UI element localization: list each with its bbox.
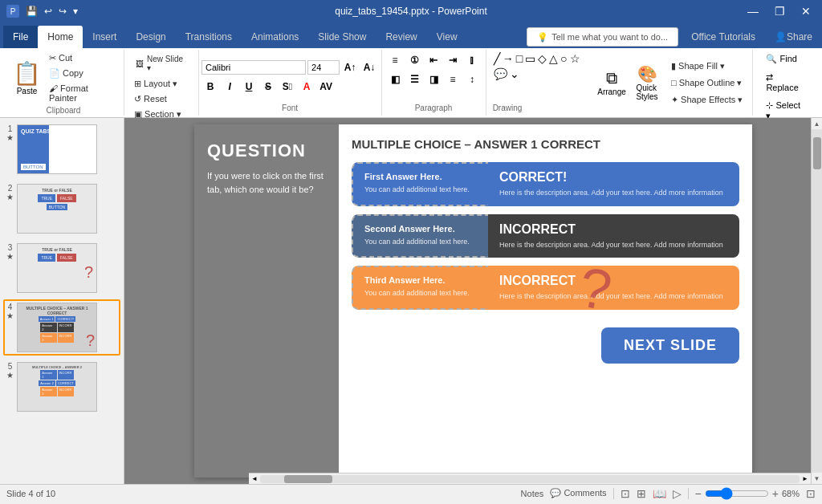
shadow-button[interactable]: S⃣: [279, 78, 296, 96]
tab-slide-show[interactable]: Slide Show: [308, 26, 376, 48]
normal-view-button[interactable]: ⊡: [621, 487, 630, 500]
scroll-right-button[interactable]: ►: [800, 475, 811, 482]
tab-view[interactable]: View: [427, 26, 467, 48]
increase-font-button[interactable]: A↑: [341, 59, 359, 76]
shape-effects-button[interactable]: ✦ Shape Effects ▾: [668, 93, 746, 107]
justify-button[interactable]: ≡: [444, 71, 462, 88]
save-icon[interactable]: 💾: [24, 4, 39, 18]
h-scroll-thumb[interactable]: [284, 475, 332, 483]
line-shape[interactable]: ╱: [493, 51, 501, 66]
zoom-plus-button[interactable]: +: [772, 487, 779, 500]
increase-indent-button[interactable]: ⇥: [444, 51, 462, 69]
layout-button[interactable]: ⊞ Layout ▾: [131, 77, 181, 91]
scroll-down-button[interactable]: ▼: [812, 473, 823, 484]
slides-panel[interactable]: 1 ★ QUIZ TABS BUTTON 2 ★ TRUE or FALSE T…: [0, 118, 124, 484]
italic-button[interactable]: I: [221, 78, 238, 96]
arrange-button[interactable]: ⧉ Arrange: [594, 66, 629, 100]
zoom-control[interactable]: − + 68%: [695, 487, 800, 500]
triangle-shape[interactable]: △: [548, 51, 559, 66]
title-bar-left: P 💾 ↩ ↪ ▾: [6, 4, 79, 18]
slide-image-2: TRUE or FALSE TRUE FALSE BUTTON: [17, 184, 97, 234]
underline-button[interactable]: U: [240, 78, 258, 96]
comments-button[interactable]: 💬 Comments: [550, 488, 606, 498]
slide-thumbnail-3[interactable]: 3 ★ TRUE or FALSE TRUE FALSE ?: [3, 240, 120, 296]
more-shapes[interactable]: ⌄: [509, 67, 520, 81]
font-color-button[interactable]: A: [298, 78, 315, 96]
quick-styles-button[interactable]: 🎨 QuickStyles: [629, 61, 665, 104]
next-slide-button[interactable]: NEXT SLIDE: [601, 327, 739, 364]
tab-review[interactable]: Review: [376, 26, 426, 48]
tell-me-input[interactable]: 💡 Tell me what you want to do...: [527, 27, 678, 47]
align-left-button[interactable]: ◧: [386, 71, 404, 88]
diamond-shape[interactable]: ◇: [537, 51, 547, 66]
lightbulb-icon: 💡: [537, 32, 548, 43]
arrow-shape[interactable]: →: [502, 51, 515, 66]
tab-insert[interactable]: Insert: [83, 26, 126, 48]
slide-thumbnail-2[interactable]: 2 ★ TRUE or FALSE TRUE FALSE BUTTON: [3, 181, 120, 237]
zoom-minus-button[interactable]: −: [695, 487, 702, 500]
bullets-button[interactable]: ≡: [386, 51, 404, 69]
new-slide-button[interactable]: 🖼 New Slide ▾: [131, 51, 192, 75]
scroll-thumb[interactable]: [813, 137, 821, 169]
line-spacing-button[interactable]: ↕: [463, 71, 481, 88]
main-area: 1 ★ QUIZ TABS BUTTON 2 ★ TRUE or FALSE T…: [0, 118, 822, 484]
close-button[interactable]: ✕: [796, 3, 816, 19]
answer-2-desc: You can add additional text here.: [364, 237, 477, 247]
find-button[interactable]: 🔍 Find: [759, 51, 803, 67]
reading-view-button[interactable]: 📖: [653, 487, 666, 500]
tab-transitions[interactable]: Transitions: [176, 26, 242, 48]
minimize-button[interactable]: —: [743, 3, 763, 19]
font-size-selector[interactable]: [307, 60, 340, 75]
star-shape[interactable]: ☆: [569, 51, 581, 66]
slide-thumbnail-5[interactable]: 5 ★ MULTIPLE CHOICE – ANSWER 2 Answer 1 …: [3, 359, 120, 415]
maximize-button[interactable]: ❐: [770, 3, 790, 19]
align-center-button[interactable]: ☰: [405, 71, 423, 88]
redo-icon[interactable]: ↪: [57, 4, 68, 18]
vertical-scrollbar[interactable]: ▲ ▼: [811, 118, 822, 484]
office-tutorials-link[interactable]: Office Tutorials: [682, 26, 765, 48]
customize-icon[interactable]: ▾: [71, 4, 79, 18]
format-painter-button[interactable]: 🖌 Format Painter: [46, 82, 117, 104]
replace-button[interactable]: ⇄ Replace: [759, 70, 812, 95]
slide-image-1: QUIZ TABS BUTTON: [17, 124, 97, 174]
tab-file[interactable]: File: [3, 26, 38, 48]
share-button[interactable]: 👤 Share: [765, 26, 822, 48]
answer-left-3: Third Answer Here. You can add additiona…: [352, 266, 488, 310]
scroll-left-button[interactable]: ◄: [249, 475, 260, 482]
font-family-selector[interactable]: [201, 60, 306, 75]
shape-outline-button[interactable]: □ Shape Outline ▾: [668, 76, 746, 90]
horizontal-scrollbar[interactable]: ◄ ►: [249, 473, 811, 484]
decrease-indent-button[interactable]: ⇤: [425, 51, 442, 69]
reset-button[interactable]: ↺ Reset: [131, 92, 170, 106]
strikethrough-button[interactable]: S: [259, 78, 277, 96]
character-spacing-button[interactable]: AV: [317, 78, 335, 96]
answer-row-2: Second Answer Here. You can add addition…: [352, 214, 739, 258]
zoom-slider[interactable]: [705, 487, 769, 500]
rect-shape[interactable]: □: [515, 51, 523, 66]
align-right-button[interactable]: ◨: [425, 71, 442, 88]
decrease-font-button[interactable]: A↓: [360, 59, 378, 76]
undo-icon[interactable]: ↩: [43, 4, 54, 18]
answer-3-result-desc: Here is the description area. Add your t…: [499, 291, 728, 302]
bold-button[interactable]: B: [201, 78, 219, 96]
tab-design[interactable]: Design: [126, 26, 175, 48]
callout-shape[interactable]: 💬: [493, 67, 508, 81]
tab-home[interactable]: Home: [38, 26, 83, 48]
slideshow-button[interactable]: ▷: [673, 487, 682, 500]
rounded-rect-shape[interactable]: ▭: [524, 51, 536, 66]
slide-thumbnail-4[interactable]: 4 ★ MULTIPLE CHOICE – ANSWER 1 CORRECT A…: [3, 299, 120, 356]
paste-button[interactable]: 📋 Paste: [10, 57, 44, 99]
scroll-up-button[interactable]: ▲: [812, 118, 823, 129]
slide-sorter-button[interactable]: ⊞: [637, 487, 646, 500]
copy-button[interactable]: 📄 Copy: [46, 67, 117, 80]
slide-thumbnail-1[interactable]: 1 ★ QUIZ TABS BUTTON: [3, 121, 120, 177]
tab-animations[interactable]: Animations: [242, 26, 308, 48]
cut-button[interactable]: ✂ Cut: [46, 51, 117, 65]
circle-shape[interactable]: ○: [560, 51, 568, 66]
fit-window-button[interactable]: ⊡: [806, 487, 816, 500]
notes-button[interactable]: Notes: [521, 489, 544, 498]
app-icon: P: [6, 5, 19, 18]
shape-fill-button[interactable]: ▮ Shape Fill ▾: [668, 59, 746, 73]
columns-button[interactable]: ⫿: [463, 51, 481, 69]
numbering-button[interactable]: ①: [405, 51, 423, 69]
